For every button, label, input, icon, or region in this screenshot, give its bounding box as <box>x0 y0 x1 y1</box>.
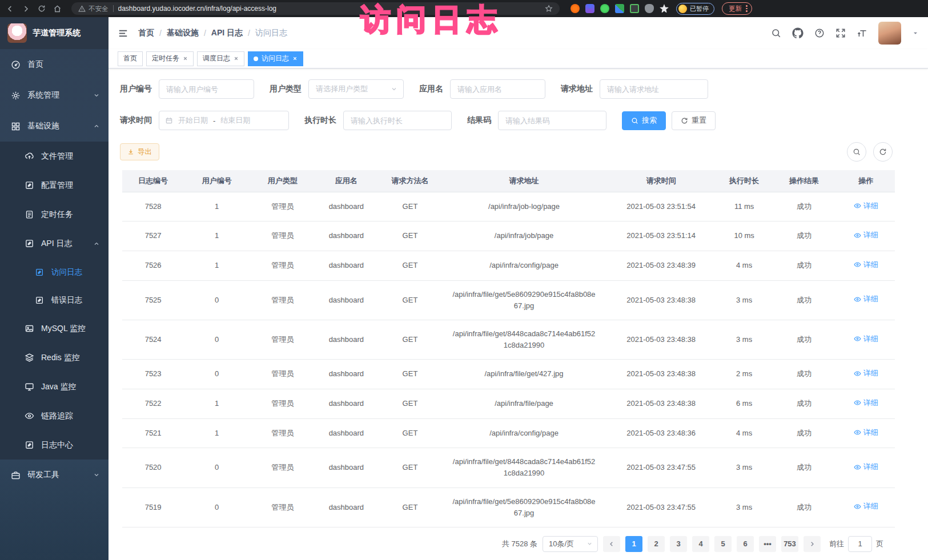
request-url-input[interactable] <box>600 79 708 99</box>
chevron-down-icon <box>391 86 397 92</box>
user-type-select[interactable]: 请选择用户类型 <box>308 79 404 99</box>
detail-link[interactable]: 详细 <box>854 427 878 438</box>
breadcrumb-api-log[interactable]: API 日志 <box>211 28 243 38</box>
calendar-icon <box>165 116 173 124</box>
caret-down-icon[interactable] <box>912 30 919 37</box>
address-bar[interactable]: 不安全 dashboard.yudao.iocoder.cn/infra/log… <box>71 2 560 15</box>
page-button-last[interactable]: 753 <box>781 536 798 552</box>
sidebar-item-log-center[interactable]: 日志中心 <box>0 430 109 460</box>
page-button-3[interactable]: 3 <box>670 536 687 552</box>
sidebar-item-error-log[interactable]: 错误日志 <box>0 286 109 314</box>
sidebar-item-tracing[interactable]: 链路追踪 <box>0 401 109 430</box>
extension-icon-ghost[interactable] <box>645 4 654 13</box>
main-area: 首页 / 基础设施 / API 日志 / 访问日志 首页 定时任务 调度日志 <box>109 17 928 560</box>
help-icon[interactable] <box>814 28 825 38</box>
browser-menu-icon[interactable] <box>746 5 748 12</box>
sidebar-item-dev-tools[interactable]: 研发工具 <box>0 460 109 490</box>
paused-badge[interactable]: 已暂停 <box>676 3 714 15</box>
sidebar-item-system-mgmt[interactable]: 系统管理 <box>0 80 109 111</box>
sidebar-item-api-log[interactable]: API 日志 <box>0 229 109 258</box>
hamburger-icon[interactable] <box>118 28 128 39</box>
page-button-6[interactable]: 6 <box>737 536 754 552</box>
prev-page-button[interactable] <box>603 536 620 552</box>
extension-icon-grid[interactable] <box>615 4 624 13</box>
cell-result: 成功 <box>771 360 837 389</box>
app-name-input[interactable] <box>450 79 545 99</box>
tab-scheduled-jobs[interactable]: 定时任务 <box>146 51 194 66</box>
extension-icon-star[interactable] <box>660 4 669 13</box>
cell-duration: 4 ms <box>717 251 772 280</box>
close-icon[interactable] <box>183 56 188 61</box>
table-row: 75281管理员dashboardGET/api/infra/job-log/p… <box>122 192 895 221</box>
tab-home[interactable]: 首页 <box>118 51 143 66</box>
browser-home-icon[interactable] <box>53 5 62 13</box>
security-warning[interactable]: 不安全 <box>78 5 109 13</box>
detail-link[interactable]: 详细 <box>854 200 878 212</box>
search-button[interactable]: 搜索 <box>622 111 666 130</box>
next-page-button[interactable] <box>804 536 821 552</box>
user-type-placeholder: 请选择用户类型 <box>316 84 368 94</box>
sidebar-item-file-mgmt[interactable]: 文件管理 <box>0 142 109 171</box>
detail-link[interactable]: 详细 <box>854 333 878 345</box>
table-row: 75240管理员dashboardGET/api/infra/file/get/… <box>122 320 895 359</box>
fullscreen-icon[interactable] <box>835 28 846 38</box>
bookmark-star-icon[interactable] <box>545 5 553 13</box>
app-logo-block[interactable]: 芋道管理系统 <box>0 17 109 49</box>
extension-icon-green[interactable] <box>600 4 609 13</box>
reset-button[interactable]: 重置 <box>672 111 716 130</box>
goto-page-input[interactable] <box>848 536 872 552</box>
refresh-table-button[interactable] <box>873 142 893 162</box>
page-button-2[interactable]: 2 <box>648 536 665 552</box>
page-size-select[interactable]: 10条/页 <box>543 536 598 552</box>
sidebar-item-mysql-monitor[interactable]: MySQL 监控 <box>0 314 109 343</box>
browser-forward-icon[interactable] <box>22 5 30 13</box>
breadcrumb-infrastructure[interactable]: 基础设施 <box>167 28 199 38</box>
detail-link[interactable]: 详细 <box>854 397 878 409</box>
detail-link[interactable]: 详细 <box>854 229 878 241</box>
sidebar-item-access-log[interactable]: 访问日志 <box>0 258 109 286</box>
sidebar-item-scheduled-jobs[interactable]: 定时任务 <box>0 200 109 229</box>
github-icon[interactable] <box>792 27 804 39</box>
page-button-4[interactable]: 4 <box>692 536 709 552</box>
sidebar-item-infrastructure[interactable]: 基础设施 <box>0 111 109 142</box>
app-logo <box>7 23 27 43</box>
font-size-icon[interactable] <box>857 28 867 39</box>
browser-reload-icon[interactable] <box>38 5 46 13</box>
page-button-5[interactable]: 5 <box>714 536 732 552</box>
sidebar-item-config-mgmt[interactable]: 配置管理 <box>0 171 109 200</box>
extension-icon-orange[interactable] <box>571 4 580 13</box>
duration-input[interactable] <box>343 111 452 130</box>
cell-duration: 3 ms <box>717 488 772 527</box>
close-icon[interactable] <box>292 56 298 61</box>
export-button[interactable]: 导出 <box>120 143 159 160</box>
date-range-picker[interactable]: 开始日期 - 结束日期 <box>159 111 289 130</box>
grid-icon <box>10 122 21 131</box>
page-ellipsis[interactable]: ••• <box>759 536 776 552</box>
breadcrumb-home[interactable]: 首页 <box>138 28 154 38</box>
page-url[interactable]: dashboard.yudao.iocoder.cn/infra/log/api… <box>118 5 277 13</box>
detail-link[interactable]: 详细 <box>854 461 878 473</box>
extension-icon-dark-grid[interactable] <box>630 4 639 13</box>
detail-link[interactable]: 详细 <box>854 259 878 271</box>
detail-link[interactable]: 详细 <box>854 501 878 512</box>
result-code-input[interactable] <box>498 111 606 130</box>
sidebar-item-label: 配置管理 <box>41 180 73 191</box>
browser-back-icon[interactable] <box>6 5 14 13</box>
toggle-search-button[interactable] <box>847 142 866 162</box>
detail-link[interactable]: 详细 <box>854 293 878 305</box>
close-icon[interactable] <box>234 56 239 61</box>
detail-link[interactable]: 详细 <box>854 368 878 379</box>
sidebar-item-java-monitor[interactable]: Java 监控 <box>0 372 109 401</box>
sidebar-item-redis-monitor[interactable]: Redis 监控 <box>0 343 109 372</box>
table-row: 75271管理员dashboardGET/api/infra/job/page2… <box>122 221 895 251</box>
user-avatar[interactable] <box>878 22 901 45</box>
extension-icon-shield[interactable] <box>585 4 594 13</box>
update-button[interactable]: 更新 <box>722 2 752 15</box>
search-icon[interactable] <box>771 28 781 38</box>
user-id-input[interactable] <box>159 79 254 99</box>
sidebar-item-home[interactable]: 首页 <box>0 49 109 80</box>
tab-schedule-log[interactable]: 调度日志 <box>197 51 244 66</box>
page-button-1[interactable]: 1 <box>625 536 642 552</box>
tab-access-log[interactable]: 访问日志 <box>248 51 303 66</box>
sidebar-item-label: Redis 监控 <box>41 353 80 363</box>
